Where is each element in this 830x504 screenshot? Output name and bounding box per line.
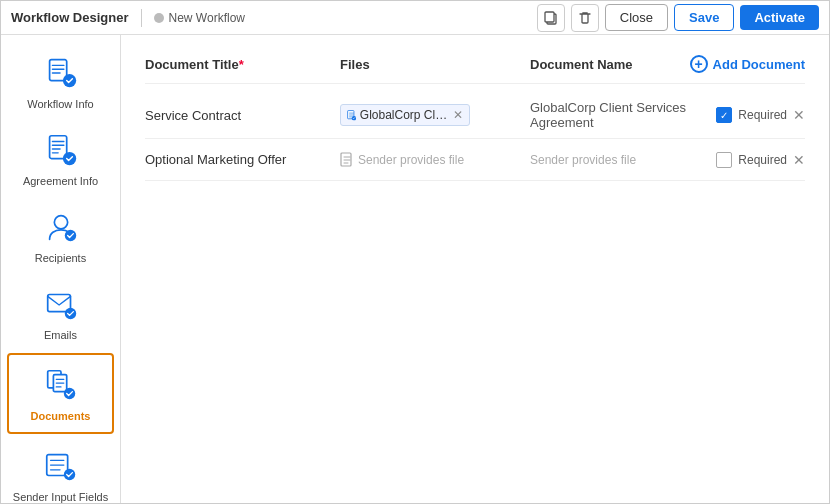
duplicate-button[interactable] — [537, 4, 565, 32]
emails-icon-wrap — [41, 284, 81, 324]
sidebar-item-sender-input-fields[interactable]: Sender Input Fields — [1, 436, 120, 503]
svg-point-7 — [64, 230, 75, 241]
svg-point-12 — [63, 388, 74, 399]
activate-button[interactable]: Activate — [740, 5, 819, 30]
recipients-icon — [42, 208, 80, 246]
sidebar-item-documents-label: Documents — [31, 410, 91, 422]
workflow-tag: New Workflow — [154, 11, 245, 25]
remove-row-button[interactable]: ✕ — [793, 152, 805, 168]
doc-title-cell: Optional Marketing Offer — [145, 152, 340, 167]
doc-title-value: Optional Marketing Offer — [145, 152, 286, 167]
agreement-info-icon-wrap — [41, 130, 81, 170]
table-row: Service Contract GlobalCorp Client Servi… — [145, 92, 805, 139]
sidebar-item-agreement-info-label: Agreement Info — [23, 175, 98, 187]
save-button[interactable]: Save — [674, 4, 734, 31]
close-button[interactable]: Close — [605, 4, 668, 31]
app-container: Workflow Designer New Workflow Close Sav… — [0, 0, 830, 504]
workflow-info-icon-wrap — [41, 53, 81, 93]
agreement-info-icon — [42, 131, 80, 169]
sender-provides-file-placeholder: Sender provides file — [340, 152, 464, 168]
sender-input-fields-icon-wrap — [41, 446, 81, 486]
top-bar-actions: Close Save Activate — [537, 4, 819, 32]
svg-point-9 — [64, 308, 75, 319]
add-document-plus-icon: + — [690, 55, 708, 73]
sidebar-item-sender-input-fields-label: Sender Input Fields — [13, 491, 108, 503]
documents-icon-wrap — [41, 365, 81, 405]
sidebar-item-emails-label: Emails — [44, 329, 77, 341]
documents-icon — [42, 366, 80, 404]
doc-title-cell: Service Contract — [145, 108, 340, 123]
svg-point-14 — [63, 469, 74, 480]
workflow-name: New Workflow — [169, 11, 245, 25]
required-label: Required — [738, 108, 787, 122]
doc-title-value: Service Contract — [145, 108, 241, 123]
sidebar: Workflow Info Agreement Info — [1, 35, 121, 503]
emails-icon — [42, 285, 80, 323]
app-title: Workflow Designer — [11, 10, 129, 25]
sender-placeholder-text: Sender provides file — [358, 153, 464, 167]
sidebar-item-agreement-info[interactable]: Agreement Info — [1, 120, 120, 197]
trash-icon — [577, 10, 593, 26]
doc-name-value: GlobalCorp Client Services Agreement — [530, 100, 686, 130]
duplicate-icon — [543, 10, 559, 26]
doc-files-cell: Sender provides file — [340, 152, 530, 168]
remove-row-button[interactable]: ✕ — [793, 107, 805, 123]
sidebar-item-recipients[interactable]: Recipients — [1, 197, 120, 274]
file-chip-icon — [347, 107, 356, 123]
required-checkbox-unchecked[interactable] — [716, 152, 732, 168]
sender-file-icon — [340, 152, 354, 168]
sidebar-item-emails[interactable]: Emails — [1, 274, 120, 351]
required-label: Required — [738, 153, 787, 167]
workflow-info-icon — [42, 54, 80, 92]
workflow-status-dot — [154, 13, 164, 23]
doc-name-cell: GlobalCorp Client Services Agreement — [530, 100, 716, 130]
required-star: * — [239, 57, 244, 72]
recipients-icon-wrap — [41, 207, 81, 247]
file-chip-name: GlobalCorp Client Servic... — [360, 108, 449, 122]
table-row: Optional Marketing Offer Sender provides… — [145, 139, 805, 181]
top-bar-divider — [141, 9, 142, 27]
doc-files-cell: GlobalCorp Client Servic... ✕ — [340, 104, 530, 126]
col-header-files: Files — [340, 57, 530, 72]
delete-button[interactable] — [571, 4, 599, 32]
sidebar-item-workflow-info[interactable]: Workflow Info — [1, 43, 120, 120]
add-document-button[interactable]: + Add Document — [690, 55, 805, 73]
doc-row-actions: Required ✕ — [716, 107, 805, 123]
sidebar-item-recipients-label: Recipients — [35, 252, 86, 264]
svg-rect-1 — [545, 12, 554, 22]
col-header-title: Document Title* — [145, 57, 340, 72]
add-document-label: Add Document — [713, 57, 805, 72]
main-layout: Workflow Info Agreement Info — [1, 35, 829, 503]
file-chip-remove-button[interactable]: ✕ — [453, 108, 463, 122]
doc-name-placeholder: Sender provides file — [530, 153, 636, 167]
doc-name-cell: Sender provides file — [530, 152, 716, 167]
sender-input-fields-icon — [42, 447, 80, 485]
doc-row-actions: Required ✕ — [716, 152, 805, 168]
sidebar-item-workflow-info-label: Workflow Info — [27, 98, 93, 110]
content-area: Document Title* Files Document Name + Ad… — [121, 35, 829, 503]
top-bar: Workflow Designer New Workflow Close Sav… — [1, 1, 829, 35]
required-checkbox-checked[interactable] — [716, 107, 732, 123]
svg-point-6 — [54, 216, 67, 229]
file-chip[interactable]: GlobalCorp Client Servic... ✕ — [340, 104, 470, 126]
col-header-docname: Document Name — [530, 57, 690, 72]
sidebar-item-documents[interactable]: Documents — [7, 353, 114, 434]
documents-header: Document Title* Files Document Name + Ad… — [145, 55, 805, 84]
